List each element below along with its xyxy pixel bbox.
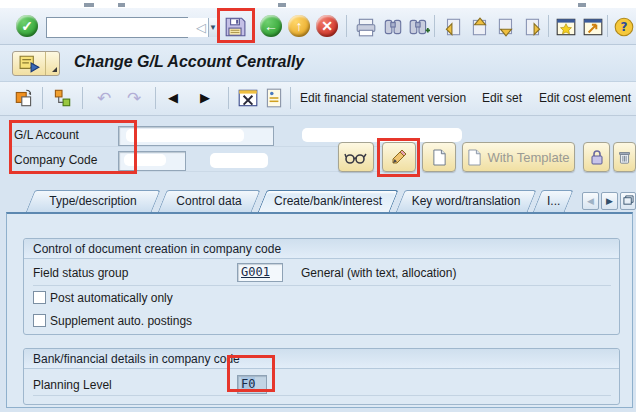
hierarchy-display-icon: [51, 87, 73, 109]
bank-financial-groupbox-title: Bank/financial details in company code: [24, 349, 619, 369]
new-session-button[interactable]: [554, 15, 578, 39]
last-page-button[interactable]: [521, 15, 545, 39]
general-data-button[interactable]: [262, 86, 286, 110]
supplement-auto-postings-label: Supplement auto. postings: [50, 314, 192, 328]
display-change-button[interactable]: [236, 86, 260, 110]
enter-button[interactable]: ✓: [16, 15, 38, 37]
other-object-icon: [13, 87, 35, 109]
exit-button[interactable]: ↑: [288, 15, 310, 37]
planning-level-label: Planning Level: [33, 378, 112, 392]
gos-services-button[interactable]: [12, 51, 60, 76]
back-button[interactable]: ←: [260, 15, 282, 37]
delete-trash-icon: [618, 149, 631, 166]
next-account-button[interactable]: ▶: [200, 90, 210, 105]
menu-text-fragment: [118, 3, 125, 7]
edit-financial-statement-version-button[interactable]: Edit financial statement version: [296, 86, 470, 110]
tab-type-description[interactable]: Type/description: [30, 190, 156, 213]
tab-content-panel: Control of document creation in company …: [6, 212, 633, 408]
redacted-company-code-description: [210, 153, 268, 168]
create-page-icon: [432, 149, 447, 166]
back-icon: ←: [264, 18, 278, 34]
next-page-icon: [495, 16, 517, 38]
display-change-icon: [237, 87, 259, 109]
save-button[interactable]: [223, 15, 247, 39]
block-lock-icon: [589, 148, 605, 166]
tab-overview-button[interactable]: [620, 192, 636, 210]
toolbar-separator: [290, 87, 291, 109]
planning-level-value: F0: [241, 377, 255, 391]
tab-information-truncated[interactable]: I...: [537, 190, 569, 213]
gos-dropdown-icon: [45, 52, 59, 75]
command-dropdown-button[interactable]: ▼: [208, 18, 217, 37]
create-shortcut-button[interactable]: [581, 15, 605, 39]
print-button[interactable]: [354, 15, 378, 39]
toolbar-separator: [228, 87, 229, 109]
command-input[interactable]: [47, 18, 208, 37]
row-separator: [33, 395, 611, 396]
previous-page-button[interactable]: [468, 15, 492, 39]
field-status-group-value: G001: [241, 265, 270, 279]
tab-create-bank-interest[interactable]: Create/bank/interest: [262, 190, 394, 213]
field-status-group-field[interactable]: G001: [237, 263, 283, 282]
tab-scroll-right-button[interactable]: ▶: [601, 192, 618, 210]
menu-text-fragment: [84, 3, 94, 7]
header-fields: G/L Account Company Code: [0, 116, 636, 188]
toolbar-separator: [82, 87, 83, 109]
tab-scroll-left-button[interactable]: ◀: [582, 192, 599, 210]
command-field[interactable]: ▼: [46, 17, 188, 38]
chevron-left-icon: ◀: [587, 196, 594, 206]
toolbar-separator: [434, 15, 435, 37]
previous-account-button[interactable]: ◀: [168, 90, 178, 105]
find-icon: [382, 16, 404, 38]
cancel-button[interactable]: ✕: [316, 15, 338, 37]
undo-icon: ↶: [97, 89, 111, 108]
edit-cost-element-button[interactable]: Edit cost element: [535, 86, 635, 110]
gos-menu-icon: [13, 52, 45, 75]
edit-set-button[interactable]: Edit set: [478, 86, 526, 110]
find-button[interactable]: [381, 15, 405, 39]
chevron-right-icon: ▶: [606, 196, 613, 206]
change-pencil-button[interactable]: [382, 142, 416, 172]
previous-account-icon: ◀: [168, 90, 178, 105]
supplement-auto-postings-checkbox[interactable]: [33, 314, 46, 327]
create-button[interactable]: [422, 142, 456, 172]
other-object-button[interactable]: [12, 86, 36, 110]
tab-control-data[interactable]: Control data: [162, 190, 256, 213]
collapse-toolbar-icon[interactable]: ◁: [196, 20, 206, 35]
delete-button[interactable]: [613, 142, 636, 172]
row-separator: [33, 285, 611, 286]
planning-level-field[interactable]: F0: [237, 375, 267, 394]
first-page-button[interactable]: [441, 15, 465, 39]
redacted-gl-account-value: [126, 129, 244, 142]
find-next-button[interactable]: [407, 15, 431, 39]
cancel-icon: ✕: [321, 18, 333, 34]
toolbar-separator: [155, 87, 156, 109]
page-title: Change G/L Account Centrally: [74, 53, 304, 71]
undo-button[interactable]: ↶: [92, 86, 116, 110]
redo-button[interactable]: ↷: [122, 86, 146, 110]
company-code-label: Company Code: [14, 153, 97, 167]
last-page-icon: [522, 16, 544, 38]
field-status-group-description: General (with text, allocation): [301, 266, 456, 280]
display-glasses-icon: [344, 150, 368, 164]
find-next-icon: [408, 16, 430, 38]
display-button[interactable]: [338, 142, 374, 172]
save-icon: [224, 16, 246, 38]
block-button[interactable]: [583, 142, 610, 172]
menu-text-fragment: [578, 3, 586, 7]
post-automatically-only-checkbox[interactable]: [33, 291, 46, 304]
menu-bar-remnant: [0, 0, 636, 8]
previous-page-icon: [469, 16, 491, 38]
create-with-template-button[interactable]: With Template: [462, 142, 575, 172]
application-toolbar: ↶ ↷ ◀ ▶ Edit financial statement version…: [0, 82, 636, 116]
next-page-button[interactable]: [494, 15, 518, 39]
tab-key-word-translation[interactable]: Key word/translation: [400, 190, 532, 213]
field-status-group-label: Field status group: [33, 266, 128, 280]
print-icon: [355, 16, 377, 38]
help-button[interactable]: ?: [612, 15, 636, 39]
change-pencil-icon: [390, 148, 408, 166]
sap-window: ✓ ▼ ◁ ← ↑ ✕: [0, 0, 636, 412]
post-automatically-only-label: Post automatically only: [50, 291, 173, 305]
hierarchy-display-button[interactable]: [50, 86, 74, 110]
document-creation-groupbox: Control of document creation in company …: [23, 238, 620, 335]
